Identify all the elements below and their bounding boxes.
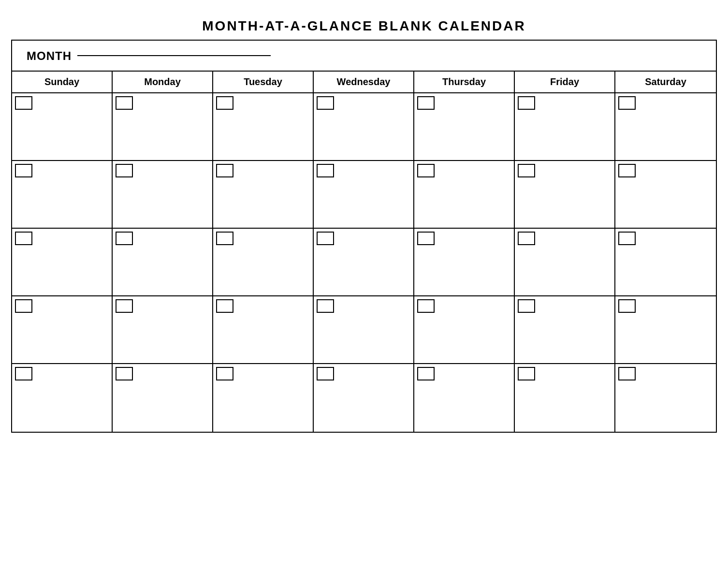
month-line	[77, 55, 271, 56]
date-box	[518, 367, 535, 380]
cell-4-7[interactable]	[615, 296, 716, 363]
date-box	[15, 299, 32, 313]
cell-1-3[interactable]	[213, 93, 314, 160]
date-box	[417, 232, 435, 245]
date-box	[417, 164, 435, 177]
cell-3-6[interactable]	[515, 229, 615, 295]
date-box	[417, 96, 435, 110]
date-box	[618, 299, 636, 313]
cell-5-3[interactable]	[213, 364, 314, 432]
cell-4-1[interactable]	[12, 296, 113, 363]
date-box	[417, 299, 435, 313]
page: MONTH-AT-A-GLANCE BLANK CALENDAR MONTH S…	[11, 10, 717, 433]
date-box	[317, 299, 334, 313]
day-header-tuesday: Tuesday	[213, 72, 314, 92]
cell-5-4[interactable]	[314, 364, 414, 432]
date-box	[216, 367, 233, 380]
calendar-row-3	[12, 229, 716, 296]
cell-5-5[interactable]	[414, 364, 515, 432]
cell-1-1[interactable]	[12, 93, 113, 160]
cell-4-2[interactable]	[113, 296, 213, 363]
calendar-row-1	[12, 93, 716, 161]
cell-2-7[interactable]	[615, 161, 716, 228]
date-box	[317, 96, 334, 110]
date-box	[317, 232, 334, 245]
calendar: MONTH Sunday Monday Tuesday Wednesday Th…	[11, 40, 717, 433]
date-box	[216, 164, 233, 177]
cell-4-6[interactable]	[515, 296, 615, 363]
day-headers: Sunday Monday Tuesday Wednesday Thursday…	[12, 72, 716, 93]
cell-5-6[interactable]	[515, 364, 615, 432]
cell-4-4[interactable]	[314, 296, 414, 363]
day-header-saturday: Saturday	[615, 72, 716, 92]
date-box	[417, 367, 435, 380]
cell-3-4[interactable]	[314, 229, 414, 295]
date-box	[116, 299, 133, 313]
date-box	[15, 164, 32, 177]
cell-2-5[interactable]	[414, 161, 515, 228]
calendar-row-4	[12, 296, 716, 364]
cell-3-1[interactable]	[12, 229, 113, 295]
cell-3-2[interactable]	[113, 229, 213, 295]
cell-4-5[interactable]	[414, 296, 515, 363]
cell-3-7[interactable]	[615, 229, 716, 295]
date-box	[518, 232, 535, 245]
day-header-friday: Friday	[515, 72, 615, 92]
date-box	[618, 96, 636, 110]
month-header: MONTH	[12, 41, 716, 72]
date-box	[216, 96, 233, 110]
day-header-thursday: Thursday	[414, 72, 515, 92]
calendar-grid	[12, 93, 716, 432]
date-box	[216, 232, 233, 245]
date-box	[116, 164, 133, 177]
date-box	[15, 367, 32, 380]
cell-2-1[interactable]	[12, 161, 113, 228]
date-box	[15, 232, 32, 245]
date-box	[317, 164, 334, 177]
cell-1-6[interactable]	[515, 93, 615, 160]
cell-3-3[interactable]	[213, 229, 314, 295]
cell-4-3[interactable]	[213, 296, 314, 363]
calendar-row-5	[12, 364, 716, 432]
cell-3-5[interactable]	[414, 229, 515, 295]
month-label: MONTH	[27, 49, 72, 63]
day-header-wednesday: Wednesday	[314, 72, 414, 92]
cell-5-1[interactable]	[12, 364, 113, 432]
page-title: MONTH-AT-A-GLANCE BLANK CALENDAR	[11, 10, 717, 40]
cell-1-4[interactable]	[314, 93, 414, 160]
date-box	[618, 164, 636, 177]
date-box	[518, 96, 535, 110]
date-box	[116, 367, 133, 380]
date-box	[15, 96, 32, 110]
cell-5-7[interactable]	[615, 364, 716, 432]
cell-2-4[interactable]	[314, 161, 414, 228]
date-box	[116, 232, 133, 245]
calendar-row-2	[12, 161, 716, 229]
cell-2-6[interactable]	[515, 161, 615, 228]
cell-2-3[interactable]	[213, 161, 314, 228]
cell-1-7[interactable]	[615, 93, 716, 160]
date-box	[518, 164, 535, 177]
date-box	[618, 232, 636, 245]
cell-1-2[interactable]	[113, 93, 213, 160]
day-header-monday: Monday	[113, 72, 213, 92]
date-box	[518, 299, 535, 313]
cell-2-2[interactable]	[113, 161, 213, 228]
day-header-sunday: Sunday	[12, 72, 113, 92]
cell-1-5[interactable]	[414, 93, 515, 160]
date-box	[317, 367, 334, 380]
date-box	[216, 299, 233, 313]
date-box	[116, 96, 133, 110]
date-box	[618, 367, 636, 380]
cell-5-2[interactable]	[113, 364, 213, 432]
